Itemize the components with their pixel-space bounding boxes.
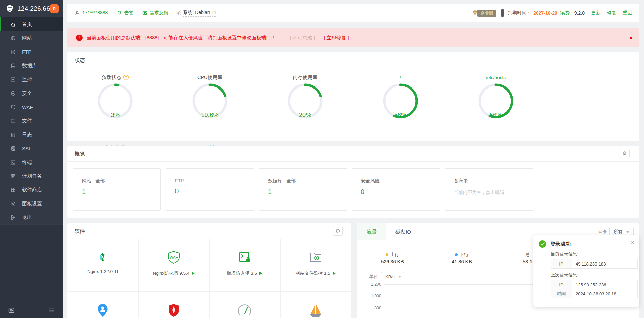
waf-shield-icon (10, 104, 16, 110)
last-ip-value: 125.93.252.236 (572, 280, 638, 289)
gauge-disk-hosts: /etc/hosts 56% 28G / 50G (467, 74, 524, 120)
overview-settings-button[interactable]: ⚙ (620, 149, 630, 158)
edition-badge: 企业版 (477, 10, 496, 17)
software-card: 软件 ⚙ N Nginx 1.22.0 WAF Nginx防火墙 9.5.4 堡… (67, 223, 351, 318)
menu-list-icon[interactable] (48, 307, 55, 314)
sidebar-item-ftp[interactable]: FTP (0, 45, 63, 59)
database-icon (10, 63, 16, 69)
sidebar-item-monitor[interactable]: 监控 (0, 73, 63, 86)
play-icon[interactable] (192, 272, 195, 275)
chevron-down-icon (626, 231, 629, 233)
current-ip-value: 49.118.239.183 (572, 259, 638, 269)
software-title: 软件 (75, 228, 85, 234)
system-info[interactable]: © 系统: Debian 11 (177, 10, 216, 17)
tab-disk-io[interactable]: 磁盘IO (386, 223, 420, 240)
overview-security-risks[interactable]: 安全风险 0 (352, 168, 440, 211)
play-icon[interactable] (259, 272, 262, 275)
sidebar-menu: 首页 网站 FTP 数据库 监控 安全 WAF 文件 日志 SSL 终端 计划任… (0, 17, 63, 224)
folder-icon (10, 118, 16, 124)
ribbon-tail (501, 9, 504, 17)
software-settings-button[interactable]: ⚙ (333, 226, 343, 236)
warning-message: 当前面板使用的是默认端口[8888]，可能存在入侵风险，请到面板设置中修改面板端… (87, 35, 276, 41)
gauge-cpu: CPU使用率 19.6% 2 核心 (181, 74, 238, 120)
last-login-table: IP125.93.252.236 时间2024-10-28 03:20:18 (551, 280, 638, 298)
home-icon (10, 22, 16, 27)
message-count-badge[interactable]: 0 (50, 4, 59, 13)
renew-link[interactable]: 续费 (560, 10, 570, 16)
memo-placeholder: 当前内容为空，点击编辑 (454, 189, 533, 196)
terminal-icon (10, 160, 16, 165)
up-dot-icon (386, 253, 388, 256)
sidebar-footer (0, 224, 63, 318)
expire-label: 到期时间： (508, 10, 531, 16)
copyright-icon: © (177, 10, 181, 16)
sidebar-item-terminal[interactable]: 终端 (0, 155, 63, 169)
sidebar-item-appstore[interactable]: 软件商店 (0, 183, 63, 197)
sidebar-item-ssl[interactable]: SSL (0, 142, 63, 155)
sidebar-item-files[interactable]: 文件 (0, 114, 63, 128)
alerts-link[interactable]: 告警 (117, 10, 133, 16)
gauge-disk-root: / 56% 28G / 50G (372, 74, 429, 120)
software-item-row2-2[interactable] (138, 291, 209, 318)
restart-link[interactable]: 重启 (623, 10, 632, 16)
software-item-nginx[interactable]: N Nginx 1.22.0 (67, 239, 138, 274)
sidebar-item-security[interactable]: 安全 (0, 86, 63, 100)
chevron-down-icon (398, 276, 401, 278)
sidebar-item-cron[interactable]: 计划任务 (0, 169, 63, 183)
help-icon[interactable]: ? (123, 75, 129, 80)
pause-icon[interactable] (115, 270, 118, 273)
update-link[interactable]: 更新 (591, 10, 601, 16)
overview-memo[interactable]: 备忘录 当前内容为空，点击编辑 (445, 168, 533, 211)
software-item-row2-1[interactable] (67, 291, 138, 318)
file-cert-icon (10, 146, 16, 151)
last-time-value: 2024-10-28 03:20:18 (572, 289, 638, 298)
sidebar: 124.226.66.61 0 首页 网站 FTP 数据库 监控 安全 WAF … (0, 0, 63, 318)
overview-card: 概览 ⚙ 网站 - 全部 1 FTP 0 数据库 - 全部 1 安全风险 0 备… (67, 146, 639, 218)
shield-check-icon (10, 91, 16, 96)
sidebar-item-logs[interactable]: 日志 (0, 128, 63, 142)
current-login-label: 当前登录信息: (551, 251, 634, 257)
red-shield-icon (166, 303, 181, 318)
overview-databases[interactable]: 数据库 - 全部 1 (259, 168, 347, 211)
software-grid: N Nginx 1.22.0 WAF Nginx防火墙 9.5.4 堡塔防入侵 … (67, 239, 351, 318)
overview-websites[interactable]: 网站 - 全部 1 (73, 168, 161, 211)
sidebar-item-home[interactable]: 首页 (0, 17, 63, 31)
topbar-left: 171****8888 告警 需求反馈 © 系统: Debian 11 (75, 10, 225, 17)
software-item-intrusion[interactable]: 堡塔防入侵 3.6 (209, 239, 280, 276)
sidebar-item-database[interactable]: 数据库 (0, 59, 63, 73)
tab-traffic[interactable]: 流量 (357, 223, 386, 240)
gauge-memory: 内存使用率 20% 759 / 3789(MB) (277, 74, 334, 120)
sidebar-item-website[interactable]: 网站 (0, 31, 63, 45)
fix-now-link[interactable]: [ 立即修复 ] (324, 35, 349, 41)
notification-dot (630, 37, 632, 39)
topbar-right: 企业版 到期时间： 2027-10-29 续费 9.2.0 更新 修复 重启 (471, 9, 632, 17)
sidebar-item-logout[interactable]: 退出 (0, 211, 63, 224)
account-link[interactable]: 171****8888 (75, 10, 108, 16)
sidebar-item-settings[interactable]: 面板设置 (0, 197, 63, 211)
alarm-bell-icon (117, 10, 122, 16)
security-warning-banner: ! 当前面板使用的是默认端口[8888]，可能存在入侵风险，请到面板设置中修改面… (67, 28, 639, 47)
bt-panel-dashboard: 124.226.66.61 0 首页 网站 FTP 数据库 监控 安全 WAF … (0, 0, 644, 318)
close-icon[interactable]: × (631, 239, 634, 246)
repair-link[interactable]: 修复 (607, 10, 616, 16)
warning-icon: ! (76, 35, 83, 41)
software-item-file-monitor[interactable]: 网站文件监控 1.5 (280, 239, 351, 276)
unit-selector: 单位 KB/s (369, 272, 404, 281)
sidebar-item-waf[interactable]: WAF (0, 100, 63, 114)
software-item-nginx-waf[interactable]: WAF Nginx防火墙 9.5.4 (138, 239, 209, 276)
monitor-chart-icon (10, 77, 16, 82)
play-icon[interactable] (333, 272, 336, 275)
current-login-table: IP49.118.239.183 (551, 259, 638, 269)
overview-ftp[interactable]: FTP 0 (166, 168, 254, 211)
down-dot-icon (455, 253, 458, 256)
collapse-sidebar-icon[interactable] (8, 307, 15, 314)
feedback-note-icon (142, 10, 148, 16)
status-title: 状态 (67, 52, 639, 68)
feedback-link[interactable]: 需求反馈 (142, 10, 168, 16)
edition-ribbon[interactable]: 企业版 (471, 9, 496, 17)
unit-select[interactable]: KB/s (381, 272, 404, 281)
folder-eye-icon (308, 250, 323, 265)
software-item-row2-4[interactable] (280, 291, 351, 318)
software-item-row2-3[interactable] (209, 291, 280, 318)
sailboat-icon (308, 303, 323, 318)
